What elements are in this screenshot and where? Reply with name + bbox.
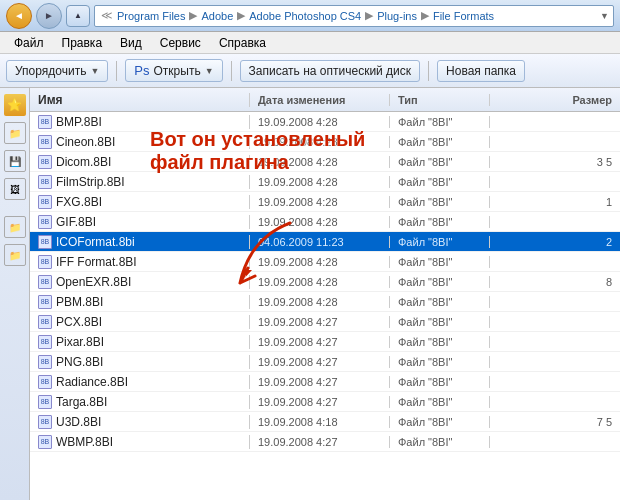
table-row[interactable]: 8B BMP.8BI 19.09.2008 4:28 Файл "8BI" (30, 112, 620, 132)
file-name: Cineon.8BI (56, 135, 115, 149)
sidebar-img[interactable]: 🖼 (4, 178, 26, 200)
file-date: 19.09.2008 4:28 (250, 116, 390, 128)
col-header-type[interactable]: Тип (390, 94, 490, 106)
file-type: Файл "8BI" (390, 176, 490, 188)
open-arrow-icon: ▼ (205, 66, 214, 76)
file-type: Файл "8BI" (390, 136, 490, 148)
col-header-date[interactable]: Дата изменения (250, 94, 390, 106)
forward-button[interactable]: ► (36, 3, 62, 29)
file-list: 8B BMP.8BI 19.09.2008 4:28 Файл "8BI" 8B… (30, 112, 620, 500)
organize-button[interactable]: Упорядочить ▼ (6, 60, 108, 82)
file-type: Файл "8BI" (390, 376, 490, 388)
table-row[interactable]: 8B PCX.8BI 19.09.2008 4:27 Файл "8BI" (30, 312, 620, 332)
menu-edit[interactable]: Правка (54, 34, 111, 52)
menu-help[interactable]: Справка (211, 34, 274, 52)
table-row[interactable]: 8B Pixar.8BI 19.09.2008 4:27 Файл "8BI" (30, 332, 620, 352)
file-icon: 8B (38, 315, 52, 329)
sidebar-disk[interactable]: 💾 (4, 150, 26, 172)
file-date: 19.09.2008 4:27 (250, 316, 390, 328)
menu-file[interactable]: Файл (6, 34, 52, 52)
table-row[interactable]: 8B OpenEXR.8BI 19.09.2008 4:28 Файл "8BI… (30, 272, 620, 292)
menu-view[interactable]: Вид (112, 34, 150, 52)
addr-part-fileformats[interactable]: File Formats (433, 10, 494, 22)
menu-service[interactable]: Сервис (152, 34, 209, 52)
file-icon: 8B (38, 235, 52, 249)
open-label: Открыть (154, 64, 201, 78)
table-row[interactable]: 8B PBM.8BI 19.09.2008 4:28 Файл "8BI" (30, 292, 620, 312)
file-date: 19.09.2008 4:18 (250, 416, 390, 428)
sidebar-folder2[interactable]: 📁 (4, 216, 26, 238)
table-row[interactable]: 8B Radiance.8BI 19.09.2008 4:27 Файл "8B… (30, 372, 620, 392)
addr-part-adobe[interactable]: Adobe (201, 10, 233, 22)
sidebar-folder3[interactable]: 📁 (4, 244, 26, 266)
addr-sep: ≪ (101, 9, 113, 22)
file-type: Файл "8BI" (390, 156, 490, 168)
file-date: 19.09.2008 4:28 (250, 176, 390, 188)
table-row[interactable]: 8B FilmStrip.8BI 19.09.2008 4:28 Файл "8… (30, 172, 620, 192)
file-type: Файл "8BI" (390, 256, 490, 268)
open-icon: Ps (134, 63, 149, 78)
organize-arrow-icon: ▼ (90, 66, 99, 76)
addr-part-photoshop[interactable]: Adobe Photoshop CS4 (249, 10, 361, 22)
file-type: Файл "8BI" (390, 396, 490, 408)
file-type: Файл "8BI" (390, 436, 490, 448)
file-date: 19.09.2008 4:28 (250, 156, 390, 168)
file-size: 2 (490, 236, 620, 248)
file-icon: 8B (38, 415, 52, 429)
table-row[interactable]: 8B Targa.8BI 19.09.2008 4:27 Файл "8BI" (30, 392, 620, 412)
burn-button[interactable]: Записать на оптический диск (240, 60, 421, 82)
file-size: 7 5 (490, 416, 620, 428)
file-date: 19.09.2008 4:27 (250, 396, 390, 408)
table-row[interactable]: 8B WBMP.8BI 19.09.2008 4:27 Файл "8BI" (30, 432, 620, 452)
file-icon: 8B (38, 195, 52, 209)
new-folder-label: Новая папка (446, 64, 516, 78)
col-header-size[interactable]: Размер (490, 94, 620, 106)
file-name: Pixar.8BI (56, 335, 104, 349)
file-date: 19.09.2008 4:28 (250, 256, 390, 268)
new-folder-button[interactable]: Новая папка (437, 60, 525, 82)
file-list-container: Имя Дата изменения Тип Размер 8B BMP.8BI… (30, 88, 620, 500)
up-button[interactable]: ▲ (66, 5, 90, 27)
table-row[interactable]: 8B FXG.8BI 19.09.2008 4:28 Файл "8BI" 1 (30, 192, 620, 212)
file-type: Файл "8BI" (390, 196, 490, 208)
table-row[interactable]: 8B GIF.8BI 19.09.2008 4:28 Файл "8BI" (30, 212, 620, 232)
addr-part-plugins[interactable]: Plug-ins (377, 10, 417, 22)
open-button[interactable]: Ps Открыть ▼ (125, 59, 222, 82)
table-row[interactable]: 8B U3D.8BI 19.09.2008 4:18 Файл "8BI" 7 … (30, 412, 620, 432)
back-button[interactable]: ◄ (6, 3, 32, 29)
file-list-header: Имя Дата изменения Тип Размер (30, 88, 620, 112)
table-row[interactable]: 8B PNG.8BI 19.09.2008 4:27 Файл "8BI" (30, 352, 620, 372)
file-date: 19.09.2008 4:27 (250, 336, 390, 348)
file-date: 19.09.2008 4:27 (250, 436, 390, 448)
col-header-name[interactable]: Имя (30, 93, 250, 107)
toolbar: Упорядочить ▼ Ps Открыть ▼ Записать на о… (0, 54, 620, 88)
file-type: Файл "8BI" (390, 416, 490, 428)
file-type: Файл "8BI" (390, 116, 490, 128)
sidebar-favorites[interactable]: ⭐ (4, 94, 26, 116)
table-row[interactable]: 8B Cineon.8BI 19.09.2008 4:28 Файл "8BI" (30, 132, 620, 152)
title-bar: ◄ ► ▲ ≪ Program Files ▶ Adobe ▶ Adobe Ph… (0, 0, 620, 32)
file-name: BMP.8BI (56, 115, 102, 129)
address-dropdown-icon[interactable]: ▼ (600, 11, 609, 21)
file-name: FilmStrip.8BI (56, 175, 125, 189)
file-name: PBM.8BI (56, 295, 103, 309)
sidebar-folder1[interactable]: 📁 (4, 122, 26, 144)
table-row[interactable]: 8B IFF Format.8BI 19.09.2008 4:28 Файл "… (30, 252, 620, 272)
file-date: 19.09.2008 4:27 (250, 356, 390, 368)
file-icon: 8B (38, 355, 52, 369)
toolbar-separator3 (428, 61, 429, 81)
table-row[interactable]: 8B Dicom.8BI 19.09.2008 4:28 Файл "8BI" … (30, 152, 620, 172)
file-name: Radiance.8BI (56, 375, 128, 389)
file-name: Dicom.8BI (56, 155, 111, 169)
toolbar-separator (116, 61, 117, 81)
file-icon: 8B (38, 335, 52, 349)
file-name: PNG.8BI (56, 355, 103, 369)
file-name: FXG.8BI (56, 195, 102, 209)
table-row[interactable]: 8B ICOFormat.8bi 04.06.2009 11:23 Файл "… (30, 232, 620, 252)
file-icon: 8B (38, 115, 52, 129)
addr-part-programfiles[interactable]: Program Files (117, 10, 185, 22)
file-icon: 8B (38, 435, 52, 449)
main-area: ⭐ 📁 💾 🖼 📁 📁 Имя Дата изменения Тип Разме… (0, 88, 620, 500)
file-icon: 8B (38, 275, 52, 289)
file-date: 19.09.2008 4:28 (250, 136, 390, 148)
